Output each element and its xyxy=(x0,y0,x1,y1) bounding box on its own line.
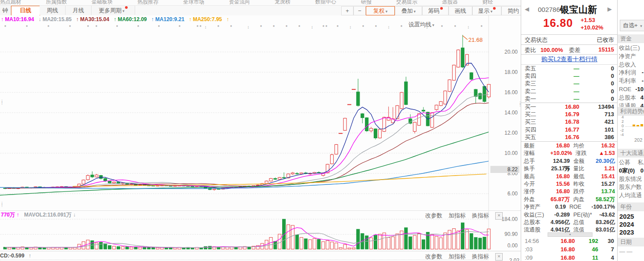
stat-label: 量比 xyxy=(570,165,596,173)
tab-周线[interactable]: 周线 xyxy=(40,6,66,15)
left-splitter-grip[interactable]: ⋮⋮ xyxy=(0,100,4,104)
price-axis-label: 18.00 xyxy=(504,69,518,75)
tick-price: 16.80 xyxy=(544,245,575,254)
tick-price: 16.80 xyxy=(544,237,575,245)
tool-+[interactable]: + xyxy=(341,6,353,15)
volume-bar xyxy=(287,225,290,249)
control-加指标[interactable]: 加指标 xyxy=(449,212,466,219)
buy-price: 16.80 xyxy=(542,103,579,110)
tick-time: :09 xyxy=(525,254,544,261)
volume-bar xyxy=(409,237,412,249)
tab-更多周期[interactable]: 更多周期▾ xyxy=(92,6,135,15)
profit-bar xyxy=(640,124,643,126)
volume-bar xyxy=(204,246,207,249)
profit-trend-chart: 420-2-4202 xyxy=(618,116,644,143)
profit-bar xyxy=(637,125,639,126)
candle-body xyxy=(435,105,438,110)
tool-−[interactable]: − xyxy=(353,6,366,15)
stat-value: 16.80 xyxy=(550,142,570,150)
tool-复权[interactable]: 复权▾ xyxy=(366,6,395,15)
tool-label: 显示 xyxy=(478,7,489,14)
event-marker-icon: * xyxy=(87,25,89,29)
holder-row: 0家(0)0 xyxy=(618,167,644,175)
close-icon[interactable]: × xyxy=(495,212,503,220)
chevron-down-icon: ▾ xyxy=(414,9,416,14)
chevron-down-icon: ▾ xyxy=(490,9,493,14)
event-marker-icon: ↕ xyxy=(467,25,470,29)
panel-splitter-grip[interactable]: ⋮⋮ xyxy=(518,102,522,106)
stat-label: 最新 xyxy=(524,142,550,150)
weibi-label: 委比 xyxy=(525,47,536,53)
add-watchlist-button[interactable]: 自选+ ▾ xyxy=(620,20,644,31)
year-item[interactable]: 2025 xyxy=(618,213,644,221)
volume-bar xyxy=(357,229,360,249)
buy-level-label: 买二 xyxy=(525,110,542,118)
volume-panel[interactable]: 184.0090.900.00 770万 ↑ MAVOL2:116.091万 ↓… xyxy=(0,210,521,251)
main-chart-area[interactable]: ↑ MA10:16.94↓ MA20:15.85↑ MA30:15.04↑ MA… xyxy=(0,15,521,210)
tick-volume: 192 xyxy=(575,237,598,245)
stat-value: 58.52万 xyxy=(596,196,615,203)
next-stock-icon[interactable]: ▶ xyxy=(607,6,612,12)
prev-stock-icon[interactable]: ◀ xyxy=(525,6,529,12)
event-marker-icon: * xyxy=(298,25,300,29)
tool-画线[interactable]: 画线 xyxy=(449,6,472,15)
sell-volume: 0 xyxy=(579,95,614,103)
candle-body xyxy=(470,73,473,79)
buy-volume: 386 xyxy=(579,133,614,141)
l2-upgrade-link[interactable]: 购买L2查看十档行情 xyxy=(521,55,618,63)
last-price: 16.80 xyxy=(543,17,573,29)
candlestick-chart[interactable]: 20.0018.0016.0014.0012.0010.008.006.008.… xyxy=(0,15,521,210)
control-换指标[interactable]: 换指标 xyxy=(472,253,489,260)
stock-name: 银宝山新 xyxy=(560,4,597,16)
macd-gridline xyxy=(0,260,489,260)
volume-ma-labels: 770万 ↑ MAVOL2:116.091万 ↓ xyxy=(1,211,76,219)
volume-bar xyxy=(274,241,277,249)
stat-row: 外盘65.87万内盘58.52万 xyxy=(521,196,618,203)
set-ma-button[interactable]: 设置均线▾ xyxy=(408,21,434,29)
stat-label: 外盘 xyxy=(524,196,550,203)
tab-label: 钟 xyxy=(3,7,8,14)
finance-label: 总股本 xyxy=(619,94,636,102)
tool-显示[interactable]: 显示▾ xyxy=(472,6,501,15)
tab-funds[interactable]: 资金 xyxy=(618,34,644,43)
stat-label: 均价 xyxy=(570,142,596,150)
volume-bar xyxy=(208,246,211,249)
control-换指标[interactable]: 换指标 xyxy=(472,212,489,219)
sell-level-label: 卖三 xyxy=(525,80,542,87)
peak-price-annotation: 21.68 xyxy=(468,37,483,43)
ma-label: ↓ MA20:15.85 xyxy=(38,16,71,22)
tool-筹码[interactable]: 筹码 xyxy=(422,6,449,15)
clipped-menu-item: 金融板块 xyxy=(92,0,113,5)
control-改参数[interactable]: 改参数 xyxy=(425,212,442,219)
holder-row: 股东情况 xyxy=(618,175,644,184)
tool-叠加[interactable]: 叠加▾ xyxy=(395,6,422,15)
volume-bar xyxy=(69,248,72,249)
finance-row: 毛利率- xyxy=(618,77,644,85)
tab-日线[interactable]: 日线 xyxy=(11,6,40,16)
tab-月线[interactable]: 月线 xyxy=(66,6,92,15)
stat-value: 4.956亿 xyxy=(550,219,570,226)
volume-bar xyxy=(247,247,250,249)
control-加指标[interactable]: 加指标 xyxy=(449,253,466,260)
year-item[interactable]: 2024 xyxy=(618,221,644,228)
candle-body xyxy=(400,92,403,109)
volume-bar xyxy=(478,238,482,249)
control-改参数[interactable]: 改参数 xyxy=(425,253,442,260)
mavol1-value: 770万 xyxy=(1,212,15,218)
left-splitter-grip2[interactable]: ⋮⋮ xyxy=(0,202,4,206)
candle-body xyxy=(278,177,281,179)
volume-bar xyxy=(322,242,325,249)
stat-label: 昨收 xyxy=(570,180,596,188)
volume-bar xyxy=(295,235,298,249)
sell-queue: 卖五—0卖四—0卖三—0卖二—0卖一—0 xyxy=(521,65,618,103)
clipped-menu-item: 研报 xyxy=(361,0,372,5)
holder-row: 公募私 xyxy=(618,158,644,167)
year-header: 年份 xyxy=(618,202,644,211)
finance-row: 净资产 xyxy=(618,52,644,61)
macd-panel[interactable]: CD:-0.599 ↑ 改参数加指标换指标× 2.02 xyxy=(0,251,521,261)
chevron-down-icon: ▾ xyxy=(640,24,642,28)
year-item[interactable]: 2023 xyxy=(618,228,644,236)
chart-toolbar: 钟日线周线月线更多周期▾ +−复权▾叠加▾筹码画线显示▾简约隐藏▶▶ xyxy=(0,6,521,16)
tab-钟[interactable]: 钟 xyxy=(0,6,11,15)
collapse-handle[interactable]: ▴ xyxy=(548,232,592,237)
